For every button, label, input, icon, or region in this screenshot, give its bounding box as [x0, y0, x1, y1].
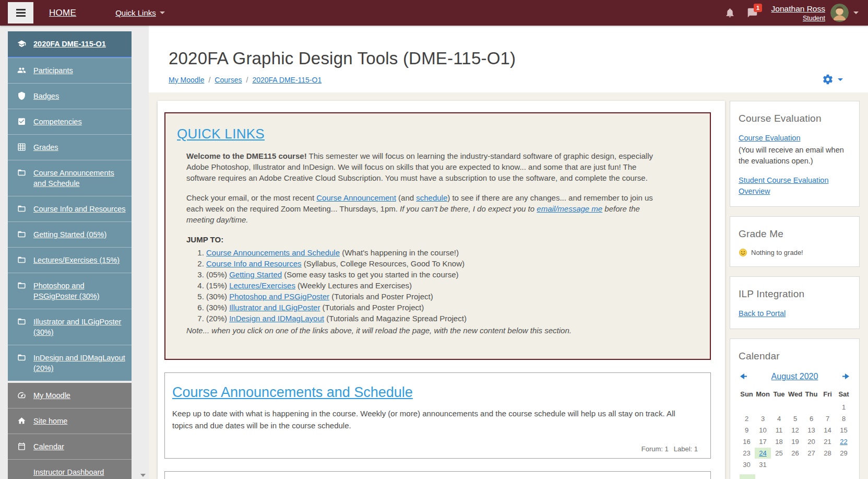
- sidebar-item-label: InDesign and IDMagLayout (20%): [33, 353, 126, 373]
- calendar-blank: [739, 402, 755, 413]
- message-count-badge: 1: [754, 4, 762, 12]
- grade-status-text: Nothing to grade!: [751, 249, 803, 256]
- section-title-link[interactable]: Course Announcements and Schedule: [172, 384, 413, 401]
- breadcrumb-my-moodle[interactable]: My Moodle: [169, 76, 204, 84]
- jump-link-lectures-exercises[interactable]: Lectures/Exercises: [229, 281, 295, 290]
- calendar-day-header: Tue: [771, 389, 787, 401]
- forum-count: Forum: 1: [641, 445, 669, 453]
- folder-icon: [17, 229, 27, 240]
- messages-button[interactable]: 1: [747, 7, 758, 18]
- dashboard-gauge-icon: [17, 390, 27, 401]
- jump-to-list: Course Announcements and Schedule (What'…: [186, 247, 659, 324]
- user-menu-chevron-icon[interactable]: [853, 11, 859, 14]
- sidebar-item-indesign[interactable]: InDesign and IDMagLayout (20%): [8, 345, 132, 381]
- sidebar-item-my-moodle[interactable]: My Moodle: [8, 383, 132, 408]
- nav-drawer: 2020FA DME-115-O1 Participants Badges Co…: [8, 31, 132, 479]
- calendar-day: 7: [819, 413, 836, 424]
- schedule-link[interactable]: schedule: [416, 193, 447, 202]
- sidebar-item-course-home[interactable]: 2020FA DME-115-O1: [8, 31, 132, 57]
- calendar-icon: [17, 441, 27, 452]
- quick-links-heading-link[interactable]: QUICK LINKS: [177, 126, 265, 142]
- jump-link-photoshop[interactable]: Photoshop and PSGigPoster: [229, 292, 329, 301]
- breadcrumb-course[interactable]: 2020FA DME-115-O1: [252, 76, 322, 84]
- sidebar-item-lectures-exercises[interactable]: Lectures/Exercises (15%): [8, 247, 132, 273]
- calendar-day[interactable]: 22: [836, 436, 852, 447]
- top-navbar: HOME Quick Links 1 Jonathan Ross Student: [0, 0, 868, 26]
- home-link[interactable]: HOME: [49, 8, 76, 18]
- calendar-day: 1: [836, 402, 852, 413]
- sidebar-item-competencies[interactable]: Competencies: [8, 109, 132, 134]
- sidebar-item-label: Site home: [33, 416, 67, 426]
- sidebar-item-label: Grades: [33, 142, 58, 153]
- sidebar-item-label: Badges: [33, 91, 59, 101]
- quick-links-section: QUICK LINKS Welcome to the DME115 course…: [164, 112, 711, 360]
- user-name-link[interactable]: Jonathan Ross: [771, 4, 825, 14]
- jump-link-course-info[interactable]: Course Info and Resources: [206, 259, 302, 268]
- course-evaluation-link[interactable]: Course Evaluation: [739, 134, 801, 142]
- calendar-month-link[interactable]: August 2020: [747, 370, 842, 382]
- course-announcement-link[interactable]: Course Announcement: [316, 193, 396, 202]
- sidebar-item-course-info[interactable]: Course Info and Resources: [8, 196, 132, 221]
- sidebar-item-course-announcements[interactable]: Course Announcements and Schedule: [8, 160, 132, 196]
- label-count: Label: 1: [674, 445, 698, 453]
- calendar-day: 8: [836, 413, 852, 424]
- sidebar-item-label: 2020FA DME-115-O1: [33, 39, 106, 49]
- sidebar-item-illustrator[interactable]: Illustrator and ILGigPoster (30%): [8, 309, 132, 345]
- sidebar-item-getting-started[interactable]: Getting Started (05%): [8, 221, 132, 247]
- sidebar-item-label: Course Announcements and Schedule: [33, 168, 126, 189]
- email-message-me-link[interactable]: email/message me: [537, 204, 602, 213]
- folder-icon: [17, 255, 27, 265]
- section-summary: Keep up to date with what is happening i…: [172, 408, 689, 431]
- calendar-day: 14: [819, 425, 836, 436]
- calendar-today-swatch: [740, 474, 755, 479]
- sidebar-item-instructor-dashboard[interactable]: Instructor Dashboard: [8, 459, 132, 479]
- sidebar-item-grades[interactable]: Grades: [8, 134, 132, 160]
- jump-link-indesign[interactable]: InDesign and IDMagLayout: [229, 314, 324, 323]
- quick-links-label: Quick Links: [115, 8, 156, 17]
- calendar-day-header: Sun: [739, 389, 755, 401]
- calendar-day: 26: [787, 448, 803, 459]
- jump-item: (05%) Getting Started (Some easy tasks t…: [206, 269, 659, 280]
- jump-link-illustrator[interactable]: Illustrator and ILGigPoster: [229, 303, 320, 312]
- calendar-day: 31: [755, 459, 771, 470]
- sidebar-item-label: Course Info and Resources: [33, 204, 126, 214]
- calendar-day[interactable]: 24: [755, 448, 771, 459]
- breadcrumb-courses[interactable]: Courses: [215, 76, 242, 84]
- grades-table-icon: [17, 142, 27, 153]
- calendar-day: 15: [836, 425, 852, 436]
- sidebar-item-label: Instructor Dashboard: [33, 467, 104, 477]
- notifications-bell-button[interactable]: [724, 7, 735, 18]
- sidebar-item-label: Lectures/Exercises (15%): [33, 255, 120, 265]
- calendar-day: 18: [771, 436, 787, 447]
- sidebar-item-label: Getting Started (05%): [33, 229, 106, 240]
- calendar-prev-month-button[interactable]: [740, 373, 747, 379]
- sidebar-item-participants[interactable]: Participants: [8, 57, 132, 83]
- back-to-portal-link[interactable]: Back to Portal: [739, 309, 786, 318]
- course-evaluation-block: Course Evaluation Course Evaluation (You…: [730, 101, 860, 207]
- hamburger-menu-button[interactable]: [8, 2, 33, 24]
- reload-note: Note... when you click on one of the lin…: [186, 325, 659, 336]
- sidebar-item-badges[interactable]: Badges: [8, 83, 132, 109]
- prev-arrow-icon: [740, 373, 747, 379]
- calendar-next-month-button[interactable]: [842, 373, 850, 379]
- nav-drawer-region: 2020FA DME-115-O1 Participants Badges Co…: [0, 26, 149, 479]
- avatar[interactable]: [830, 4, 849, 22]
- calendar-day: 27: [803, 448, 819, 459]
- drawer-scroll-down-arrow[interactable]: [140, 474, 146, 477]
- calendar-day: 29: [836, 448, 852, 459]
- course-settings-menu[interactable]: [822, 74, 843, 85]
- student-course-evaluation-overview-link[interactable]: Student Course Evaluation Overview: [739, 176, 829, 195]
- jump-link-course-announcements[interactable]: Course Announcements and Schedule: [206, 248, 340, 257]
- jump-item: Course Info and Resources (Syllabus, Col…: [206, 258, 659, 269]
- jump-link-getting-started[interactable]: Getting Started: [229, 270, 282, 279]
- quick-links-menu[interactable]: Quick Links: [115, 8, 165, 17]
- jump-item: Course Announcements and Schedule (What'…: [206, 247, 659, 258]
- user-role-link[interactable]: Student: [771, 15, 825, 22]
- jump-item: (30%) Illustrator and ILGigPoster (Tutor…: [206, 302, 659, 313]
- folder-icon: [17, 353, 27, 373]
- sidebar-item-calendar[interactable]: Calendar: [8, 434, 132, 459]
- sidebar-item-photoshop[interactable]: Photoshop and PSGigPoster (30%): [8, 273, 132, 309]
- chevron-down-icon: [838, 78, 843, 81]
- block-title: Grade Me: [739, 228, 851, 240]
- sidebar-item-site-home[interactable]: Site home: [8, 408, 132, 434]
